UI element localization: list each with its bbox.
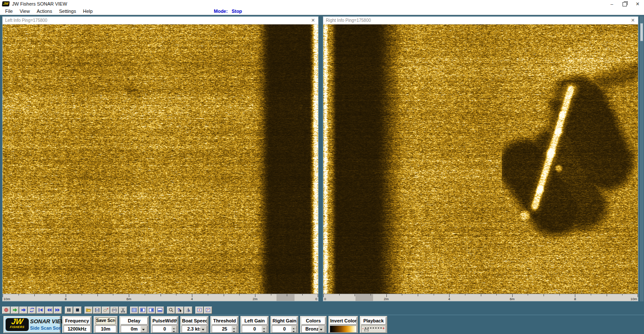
ruler-tick (496, 294, 497, 295)
eraser-icon (103, 307, 109, 313)
skip-start-icon (38, 307, 43, 313)
right-gain-group: Right Gain 0 (270, 316, 298, 333)
playback-slider-thumb[interactable] (365, 329, 368, 333)
playback-button[interactable]: Playback (361, 317, 386, 325)
brand-title: SONAR VIEW (30, 319, 58, 325)
left-gain-down-icon[interactable] (261, 329, 267, 333)
ruler-tick (82, 294, 82, 295)
target-box-button[interactable] (195, 307, 204, 314)
right-panel-close-icon[interactable]: ✕ (630, 18, 636, 23)
ruler-tick (50, 294, 50, 295)
print-button[interactable] (110, 307, 118, 314)
right-gain-down-icon[interactable] (291, 329, 297, 333)
frequency-value: 1200kHz (64, 325, 91, 333)
close-button[interactable]: ✕ (631, 0, 644, 8)
right-pane-button[interactable] (147, 307, 155, 314)
open-folder-icon (86, 307, 91, 313)
menu-settings[interactable]: Settings (55, 8, 79, 15)
right-pane-icon (149, 307, 154, 313)
menu-help[interactable]: Help (79, 8, 96, 15)
left-gain-stepper[interactable]: 0 (242, 325, 267, 333)
ruler-tick (559, 294, 560, 295)
pulsewidth-stepper[interactable]: 0 (152, 325, 177, 333)
invert-color-button[interactable]: Invert Color (330, 317, 357, 325)
delay-dropdown-icon[interactable] (140, 326, 147, 332)
mirror-view-button[interactable] (184, 307, 192, 314)
ruler-tick (224, 294, 224, 296)
fast-forward-button[interactable] (54, 307, 62, 314)
pulsewidth-up-icon[interactable] (171, 326, 177, 329)
pause-button[interactable] (65, 307, 73, 314)
rewind-button[interactable] (45, 307, 53, 314)
app-window: JW JW Fishers SONAR VIEW – ✕ FileViewAct… (0, 0, 644, 334)
delay-select[interactable]: 0m (121, 325, 148, 333)
menu-actions[interactable]: Actions (33, 8, 55, 15)
pulsewidth-down-icon[interactable] (171, 329, 177, 333)
mode-indicator: Mode:Stop (214, 8, 246, 15)
vertical-scrollbar[interactable] (640, 16, 644, 301)
zoom-button[interactable] (167, 307, 175, 314)
scrollbar-thumb[interactable] (640, 23, 643, 41)
ruler-tick (355, 294, 355, 296)
play-button[interactable] (11, 307, 19, 314)
playback-slider[interactable]: - + (361, 325, 386, 333)
ruler-label: 0 (316, 297, 317, 301)
ruler-tick (34, 294, 35, 296)
ruler-label: 0 (324, 297, 326, 301)
help-pointer-button[interactable]: ? (176, 307, 184, 314)
left-pane-icon (140, 307, 146, 313)
window-controls: – ✕ (605, 0, 644, 8)
playback-group: Playback - + (360, 316, 387, 333)
left-gain-label: Left Gain (242, 317, 267, 325)
record-button[interactable] (2, 307, 10, 314)
ruler-label: 6m (126, 297, 131, 301)
menu-view[interactable]: View (16, 8, 33, 15)
left-panel-close-icon[interactable]: ✕ (310, 18, 316, 23)
boat-speed-select[interactable]: 2.3 kts (182, 325, 207, 333)
ruler-tick (161, 294, 161, 296)
threshold-up-icon[interactable] (231, 326, 237, 329)
brand-text: SONAR VIEW Side Scan Sonar (30, 319, 58, 331)
right-gain-up-icon[interactable] (291, 326, 297, 329)
delay-label: Delay (121, 317, 148, 325)
save-file-button[interactable] (93, 307, 101, 314)
save-disk-icon (94, 307, 100, 313)
colors-select[interactable]: Bronze (301, 325, 325, 333)
threshold-down-icon[interactable] (231, 329, 237, 333)
restore-button[interactable] (618, 0, 631, 8)
minimize-button[interactable]: – (605, 0, 618, 8)
play-icon (12, 307, 18, 313)
open-file-button[interactable] (85, 307, 93, 314)
ruler-label: 2m (384, 297, 389, 301)
boat-speed-group: Boat Speed 2.3 kts (180, 316, 209, 333)
boat-speed-dropdown-icon[interactable] (200, 326, 207, 332)
save-screen-button[interactable]: Save Screen (96, 317, 115, 325)
menu-file[interactable]: File (2, 8, 16, 15)
ruler-label: 10m (630, 297, 637, 301)
threshold-stepper[interactable]: 25 (212, 325, 237, 333)
brand-subtitle: Side Scan Sonar (30, 325, 58, 331)
colors-dropdown-icon[interactable] (318, 326, 325, 332)
bottom-pane-button[interactable] (156, 307, 164, 314)
cut-button[interactable] (119, 307, 127, 314)
left-panel-title: Left Info Ping=175800 (5, 18, 47, 23)
control-bar: JW FISHERS SONAR VIEW Side Scan Sonar Fr… (0, 315, 644, 334)
left-gain-up-icon[interactable] (261, 326, 267, 329)
target-box-alt-button[interactable] (204, 307, 212, 314)
mode-value: Stop (231, 9, 242, 14)
ruler-tick (638, 294, 638, 297)
left-pane-button[interactable] (139, 307, 147, 314)
clear-screen-button[interactable] (102, 307, 110, 314)
right-sonar-canvas[interactable] (323, 24, 638, 294)
skip-start-button[interactable] (36, 307, 45, 314)
refresh-button[interactable] (28, 307, 36, 314)
stop-button[interactable] (73, 307, 82, 314)
pulsewidth-value: 0 (163, 326, 166, 331)
right-gain-stepper[interactable]: 0 (272, 325, 297, 333)
left-sonar-canvas[interactable] (3, 24, 318, 294)
right-panel-title: Right Info Ping=175800 (326, 18, 371, 23)
target-box-alt-icon (205, 307, 211, 313)
app-logo-icon: JW (2, 1, 9, 6)
split-view-button[interactable] (130, 307, 138, 314)
forward-button[interactable] (19, 307, 27, 314)
